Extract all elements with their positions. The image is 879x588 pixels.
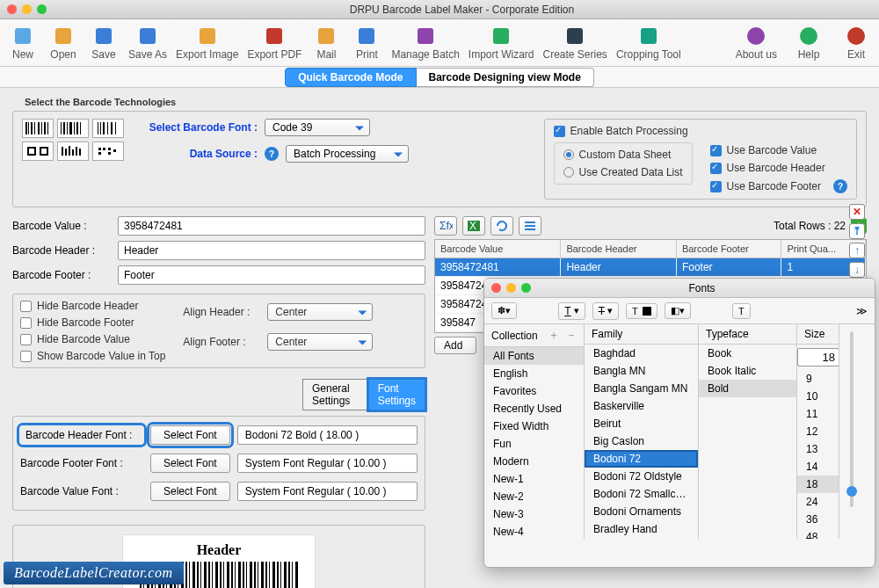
grid-fx-button[interactable]: Σfx bbox=[434, 216, 457, 236]
align-header-combo[interactable]: Center bbox=[267, 303, 373, 321]
fc-size-item[interactable]: 12 bbox=[797, 423, 839, 440]
fc-size-item[interactable]: 24 bbox=[797, 493, 839, 511]
use-barcode-header-checkbox[interactable] bbox=[710, 163, 722, 174]
grid-refresh-button[interactable] bbox=[490, 216, 513, 236]
fc-fam-item[interactable]: Bodoni 72 Smallcaps bbox=[585, 485, 698, 503]
fc-coll-item[interactable]: Fun bbox=[484, 435, 584, 453]
fc-size-item[interactable]: 13 bbox=[797, 440, 839, 458]
fc-size-item[interactable]: 14 bbox=[797, 458, 839, 475]
fc-fam-item[interactable]: Bodoni 72 Oldstyle bbox=[585, 468, 698, 485]
enable-batch-checkbox[interactable] bbox=[554, 126, 565, 137]
toolbar-save[interactable]: Save bbox=[88, 25, 120, 61]
fc-coll-item[interactable]: Fixed Width bbox=[484, 417, 584, 435]
fonts-gear-button[interactable]: ✽▾ bbox=[491, 302, 517, 319]
fc-size-item[interactable]: 36 bbox=[797, 511, 839, 528]
grid-col-header[interactable]: Barcode Value bbox=[435, 240, 561, 258]
fc-coll-item[interactable]: New-2 bbox=[484, 488, 584, 505]
tab-font-settings[interactable]: Font Settings bbox=[368, 379, 425, 410]
zoom-traffic-icon[interactable] bbox=[37, 4, 47, 14]
tab-general-settings[interactable]: General Settings bbox=[302, 379, 368, 410]
fc-fam-item[interactable]: Bangla MN bbox=[585, 362, 698, 380]
align-footer-combo[interactable]: Center bbox=[267, 333, 373, 351]
font-size-slider[interactable] bbox=[850, 331, 854, 507]
fc-coll-item[interactable]: New-4 bbox=[484, 523, 584, 539]
toolbar-cropping-tool[interactable]: Cropping Tool bbox=[616, 25, 681, 61]
select-font-header-button[interactable]: Select Font bbox=[150, 425, 230, 445]
fc-coll-item[interactable]: Favorites bbox=[484, 382, 584, 400]
data-source-help-icon[interactable]: ? bbox=[265, 147, 279, 161]
move-top-button[interactable]: ⤒ bbox=[849, 223, 865, 239]
fc-coll-item[interactable]: New-3 bbox=[484, 505, 584, 523]
fonts-strike-button[interactable]: T▾ bbox=[592, 302, 619, 320]
fc-size-item[interactable]: 9 bbox=[797, 370, 839, 388]
fc-coll-item[interactable]: Recently Used bbox=[484, 400, 584, 417]
fc-fam-item[interactable]: Big Caslon bbox=[585, 432, 698, 450]
custom-data-radio[interactable] bbox=[563, 149, 574, 160]
fc-fam-item[interactable]: Baskerville bbox=[585, 397, 698, 415]
barcode-type-5[interactable] bbox=[57, 142, 89, 161]
toolbar-export-image[interactable]: Export Image bbox=[176, 25, 238, 61]
grid-col-header[interactable]: Barcode Header bbox=[561, 240, 676, 258]
created-data-radio[interactable] bbox=[563, 167, 574, 178]
show-value-top-checkbox[interactable] bbox=[20, 351, 32, 362]
grid-excel-button[interactable]: X bbox=[462, 216, 485, 236]
select-font-value-button[interactable]: Select Font bbox=[150, 482, 230, 501]
fc-size-item[interactable]: 10 bbox=[797, 388, 839, 405]
barcode-type-2[interactable] bbox=[57, 119, 89, 138]
delete-row-button[interactable]: ✕ bbox=[849, 204, 865, 220]
data-source-combo[interactable]: Batch Processing bbox=[286, 145, 409, 163]
move-up-button[interactable]: ↑ bbox=[849, 243, 865, 258]
fc-fam-item[interactable]: Baghdad bbox=[585, 345, 698, 362]
toolbar-new[interactable]: New bbox=[7, 25, 39, 61]
barcode-type-6[interactable] bbox=[92, 142, 124, 161]
toolbar-about-us[interactable]: About us bbox=[736, 25, 777, 61]
fc-fam-item[interactable]: Bangla Sangam MN bbox=[585, 380, 698, 397]
fc-size-item[interactable]: 18 bbox=[797, 475, 839, 493]
fc-fam-item[interactable]: Bradley Hand bbox=[585, 520, 698, 538]
use-barcode-value-checkbox[interactable] bbox=[710, 145, 722, 156]
toolbar-exit[interactable]: Exit bbox=[840, 25, 872, 61]
add-button[interactable]: Add bbox=[434, 337, 476, 354]
hide-header-checkbox[interactable] bbox=[20, 301, 32, 312]
fc-fam-item[interactable]: Bodoni 72 bbox=[585, 450, 698, 468]
close-traffic-icon[interactable] bbox=[7, 4, 17, 14]
fc-fam-item[interactable]: Beirut bbox=[585, 415, 698, 432]
toolbar-create-series[interactable]: Create Series bbox=[543, 25, 607, 61]
toolbar-save-as[interactable]: Save As bbox=[128, 25, 167, 61]
font-size-input[interactable] bbox=[797, 348, 839, 367]
fonts-close-icon[interactable] bbox=[491, 283, 501, 293]
barcode-font-combo[interactable]: Code 39 bbox=[265, 119, 370, 136]
fc-coll-item[interactable]: All Fonts bbox=[484, 347, 584, 365]
move-down-button[interactable]: ↓ bbox=[849, 262, 865, 278]
toolbar-mail[interactable]: Mail bbox=[310, 25, 342, 61]
toolbar-open[interactable]: Open bbox=[47, 25, 79, 61]
fc-coll-item[interactable]: New-1 bbox=[484, 470, 584, 488]
fc-size-item[interactable]: 11 bbox=[797, 405, 839, 423]
fonts-min-icon[interactable] bbox=[506, 283, 516, 293]
fonts-color-button[interactable]: T bbox=[626, 303, 657, 319]
remove-collection-icon[interactable]: － bbox=[566, 328, 577, 343]
fc-size-item[interactable]: 48 bbox=[797, 528, 839, 539]
grid-list-button[interactable] bbox=[519, 216, 541, 236]
toolbar-manage-batch[interactable]: Manage Batch bbox=[391, 25, 459, 61]
fc-type-item[interactable]: Book Italic bbox=[699, 362, 796, 380]
fonts-more-icon[interactable]: ≫ bbox=[856, 305, 868, 317]
select-font-footer-button[interactable]: Select Font bbox=[150, 454, 230, 473]
batch-help-icon[interactable]: ? bbox=[833, 179, 847, 193]
barcode-header-input[interactable] bbox=[118, 241, 425, 260]
grid-col-header[interactable]: Barcode Footer bbox=[677, 240, 782, 258]
fc-fam-item[interactable]: Bodoni Ornaments bbox=[585, 503, 698, 520]
fc-coll-item[interactable]: Modern bbox=[484, 453, 584, 470]
fc-coll-item[interactable]: English bbox=[484, 365, 584, 382]
fc-fam-item[interactable]: Brush Script MT bbox=[585, 538, 698, 539]
hide-footer-checkbox[interactable] bbox=[20, 317, 32, 329]
toolbar-help[interactable]: Help bbox=[793, 25, 825, 61]
barcode-value-input[interactable] bbox=[118, 216, 425, 236]
fonts-typography-button[interactable]: T bbox=[732, 303, 751, 319]
add-collection-icon[interactable]: ＋ bbox=[548, 328, 559, 343]
fc-type-item[interactable]: Bold bbox=[699, 380, 796, 397]
fc-type-item[interactable]: Book bbox=[699, 345, 796, 362]
barcode-footer-input[interactable] bbox=[118, 265, 425, 285]
table-row[interactable]: 3958472481HeaderFooter1 bbox=[435, 258, 866, 277]
toolbar-import-wizard[interactable]: Import Wizard bbox=[469, 25, 534, 61]
